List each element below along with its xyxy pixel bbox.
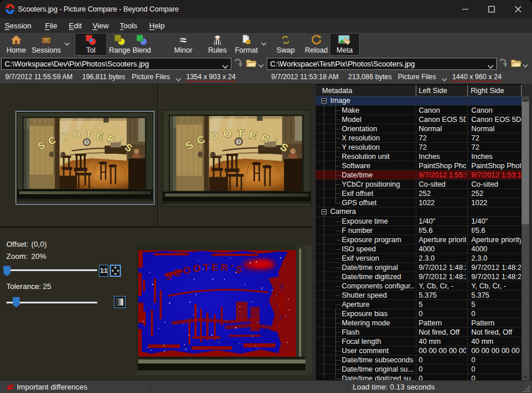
svg-text:≈: ≈	[180, 34, 187, 46]
